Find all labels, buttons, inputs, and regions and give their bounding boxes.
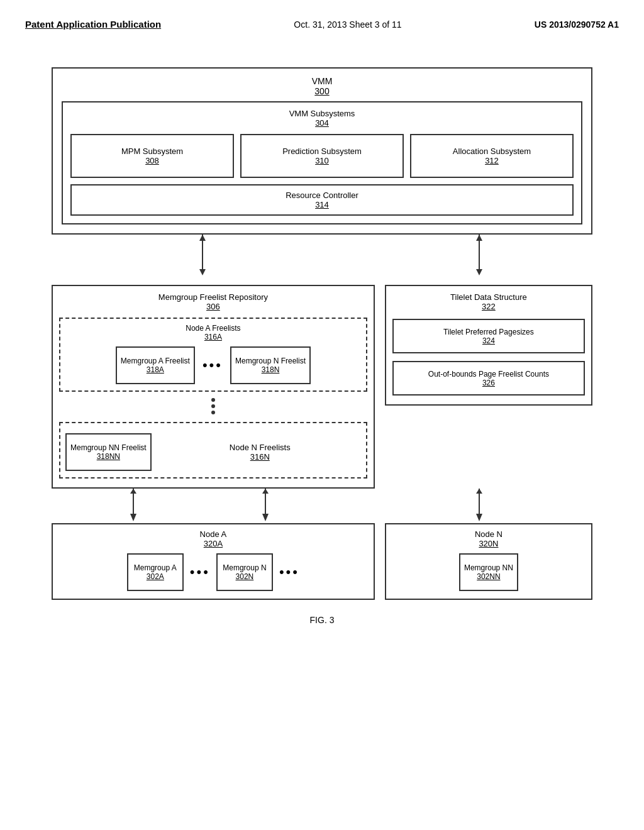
memgroup-repo-box: Memgroup Freelist Repository 306 Node A …	[52, 285, 375, 489]
page: Patent Application Publication Oct. 31, …	[0, 0, 644, 830]
dots-horiz-1: •••	[203, 357, 223, 374]
out-of-bounds-box: Out-of-bounds Page Freelist Counts 326	[392, 361, 585, 396]
node-n-title: Node N 320N	[392, 529, 585, 548]
vmm-outer-box: VMM 300 VMM Subsystems 304 MPM Subsystem…	[52, 67, 592, 235]
bottom-section: Node A 320A Memgroup A 302A ••• Memgroup…	[52, 523, 592, 600]
node-n-freelists-label: Node N Freelists 316N	[159, 443, 361, 462]
header: Patent Application Publication Oct. 31, …	[25, 13, 619, 42]
dots-vert-1	[59, 397, 367, 416]
lower-section: Memgroup Freelist Repository 306 Node A …	[52, 285, 592, 489]
node-a-memgroups-row: Memgroup A Freelist 318A ••• Memgroup N …	[65, 346, 361, 384]
svg-marker-4	[476, 235, 482, 241]
mpm-subsystem-box: MPM Subsystem 308	[70, 134, 234, 178]
arrow-section-1	[52, 235, 592, 285]
svg-marker-10	[262, 514, 269, 521]
vmm-subsystems-box: VMM Subsystems 304 MPM Subsystem 308 Pre…	[62, 101, 582, 224]
node-n-freelists-box: Memgroup NN Freelist 318NN Node N Freeli…	[59, 422, 367, 479]
bottom-arrows-svg	[52, 489, 592, 523]
dots-horiz-3: •••	[279, 564, 299, 580]
svg-marker-2	[199, 269, 206, 275]
node-a-freelists-title: Node A Freelists 316A	[65, 324, 361, 341]
memgroup-a-freelist-box: Memgroup A Freelist 318A	[116, 346, 195, 384]
svg-marker-14	[476, 489, 482, 494]
svg-marker-11	[262, 489, 269, 494]
tilelet-preferred-box: Tilelet Preferred Pagesizes 324	[392, 319, 585, 353]
tilelet-data-title: Tilelet Data Structure 322	[392, 292, 585, 311]
header-publication-label: Patent Application Publication	[25, 19, 161, 30]
prediction-subsystem-box: Prediction Subsystem 310	[240, 134, 404, 178]
memgroup-nn-bottom-box: Memgroup NN 302NN	[459, 553, 518, 591]
header-date-sheet: Oct. 31, 2013 Sheet 3 of 11	[294, 19, 401, 30]
subsystems-row: MPM Subsystem 308 Prediction Subsystem 3…	[70, 134, 574, 178]
node-a-outer-box: Node A 320A Memgroup A 302A ••• Memgroup…	[52, 523, 375, 600]
svg-marker-7	[130, 514, 136, 521]
memgroup-n-freelist-box: Memgroup N Freelist 318N	[230, 346, 311, 384]
resource-controller-box: Resource Controller 314	[70, 184, 574, 216]
bottom-arrow-section	[52, 489, 592, 523]
dots-horiz-2: •••	[190, 564, 210, 580]
svg-marker-1	[199, 235, 206, 241]
vmm-title: VMM 300	[62, 76, 582, 96]
allocation-subsystem-box: Allocation Subsystem 312	[410, 134, 574, 178]
subsystems-title: VMM Subsystems 304	[70, 109, 574, 128]
node-a-bottom-row: Memgroup A 302A ••• Memgroup N 302N •••	[59, 553, 367, 591]
diagram-area: VMM 300 VMM Subsystems 304 MPM Subsystem…	[25, 67, 619, 625]
node-n-outer-box: Node N 320N Memgroup NN 302NN	[385, 523, 592, 600]
svg-marker-8	[130, 489, 136, 494]
svg-marker-13	[476, 514, 482, 521]
memgroup-nn-freelist-box: Memgroup NN Freelist 318NN	[65, 433, 152, 471]
header-patent-number: US 2013/0290752 A1	[535, 19, 619, 30]
repo-title: Memgroup Freelist Repository 306	[59, 292, 367, 311]
memgroup-a-bottom-box: Memgroup A 302A	[127, 553, 184, 591]
arrows-svg-1	[52, 235, 592, 285]
node-a-title: Node A 320A	[59, 529, 367, 548]
node-a-freelists-box: Node A Freelists 316A Memgroup A Freelis…	[59, 318, 367, 392]
node-n-bottom-row: Memgroup NN 302NN	[392, 553, 585, 591]
node-n-memgroups-row: Memgroup NN Freelist 318NN Node N Freeli…	[65, 433, 361, 471]
svg-marker-5	[476, 269, 482, 275]
memgroup-n-bottom-box: Memgroup N 302N	[216, 553, 273, 591]
figure-caption: FIG. 3	[310, 615, 335, 625]
tilelet-section-box: Tilelet Data Structure 322 Tilelet Prefe…	[385, 285, 592, 406]
